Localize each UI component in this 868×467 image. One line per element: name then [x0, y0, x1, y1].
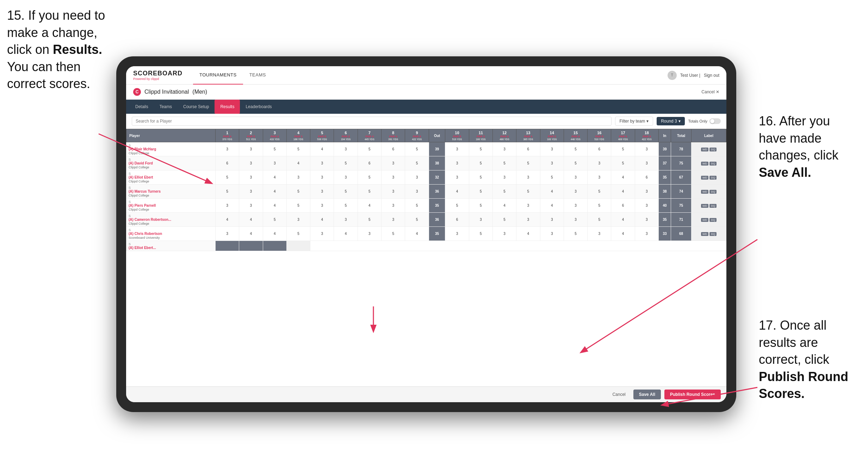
score-front-8[interactable]: 3 — [382, 185, 405, 199]
score-front-8[interactable]: 3 — [382, 170, 405, 185]
score-front-9[interactable]: 3 — [405, 170, 429, 185]
score-front-4[interactable]: 3 — [286, 213, 310, 227]
score-back-12[interactable]: 5 — [492, 213, 516, 227]
tab-details[interactable]: Details — [130, 100, 154, 114]
score-back-16[interactable]: 6 — [588, 142, 611, 156]
score-front-4[interactable]: 5 — [286, 185, 310, 199]
score-front-5[interactable]: 3 — [310, 199, 334, 213]
dq-btn[interactable]: DQ — [709, 190, 717, 194]
score-back-15[interactable]: 3 — [564, 170, 587, 185]
score-front-8[interactable]: 3 — [382, 156, 405, 170]
score-back-18[interactable]: 3 — [635, 213, 658, 227]
score-front-6[interactable]: 5 — [334, 199, 358, 213]
score-front-6[interactable]: 3 — [334, 142, 358, 156]
score-back-11[interactable]: 5 — [469, 170, 492, 185]
score-front-9[interactable]: 5 — [405, 142, 429, 156]
score-back-13[interactable]: 5 — [516, 185, 540, 199]
score-front-2[interactable]: 4 — [239, 213, 263, 227]
score-front-1[interactable]: 5 — [215, 170, 239, 185]
score-back-17[interactable]: 4 — [611, 185, 635, 199]
wd-btn[interactable]: WD — [701, 148, 708, 151]
score-back-17[interactable]: 4 — [611, 227, 635, 241]
score-front-9[interactable]: 3 — [405, 185, 429, 199]
nav-link-teams[interactable]: TEAMS — [243, 66, 272, 85]
score-front-5[interactable]: 3 — [310, 185, 334, 199]
score-front-9[interactable]: 5 — [405, 199, 429, 213]
score-front-5[interactable]: 4 — [310, 213, 334, 227]
score-front-2[interactable]: 3 — [239, 142, 263, 156]
score-back-12[interactable]: 5 — [492, 156, 516, 170]
score-back-12[interactable]: 4 — [492, 199, 516, 213]
score-back-13[interactable]: 6 — [516, 142, 540, 156]
score-back-16[interactable]: 5 — [588, 213, 611, 227]
score-front-5[interactable]: 4 — [310, 142, 334, 156]
score-front-2[interactable]: 3 — [239, 185, 263, 199]
wd-btn[interactable]: WD — [701, 218, 708, 222]
dq-btn[interactable]: DQ — [709, 204, 717, 208]
score-front-7[interactable]: 5 — [358, 170, 381, 185]
score-back-17[interactable]: 4 — [611, 170, 635, 185]
score-back-18[interactable]: 3 — [635, 199, 658, 213]
dq-btn[interactable]: DQ — [709, 176, 717, 180]
score-back-16[interactable]: 3 — [588, 227, 611, 241]
wd-btn[interactable]: WD — [701, 204, 708, 208]
score-front-3[interactable]: 5 — [263, 213, 286, 227]
score-back-11[interactable]: 5 — [469, 185, 492, 199]
score-front-8[interactable]: 5 — [382, 227, 405, 241]
dq-btn[interactable]: DQ — [709, 218, 717, 222]
score-front-8[interactable]: 3 — [382, 213, 405, 227]
score-front-3[interactable]: 4 — [263, 170, 286, 185]
score-back-16[interactable]: 3 — [588, 156, 611, 170]
score-back-15[interactable]: 5 — [564, 142, 587, 156]
score-front-7[interactable]: 3 — [358, 227, 381, 241]
score-front-6[interactable]: 4 — [334, 227, 358, 241]
dq-btn[interactable]: DQ — [709, 162, 717, 166]
totals-only-toggle[interactable]: Totals Only — [688, 118, 721, 124]
score-front-7[interactable]: 5 — [358, 142, 381, 156]
score-front-2[interactable]: 4 — [239, 227, 263, 241]
score-back-13[interactable]: 5 — [516, 156, 540, 170]
score-front-4[interactable]: 3 — [286, 170, 310, 185]
tab-teams[interactable]: Teams — [154, 100, 178, 114]
score-back-16[interactable]: 3 — [588, 170, 611, 185]
score-front-1[interactable]: 6 — [215, 156, 239, 170]
score-front-6[interactable]: 3 — [334, 170, 358, 185]
round-selector-btn[interactable]: Round 3 ▾ — [657, 117, 684, 125]
wd-btn[interactable]: WD — [701, 162, 708, 166]
score-back-13[interactable]: 3 — [516, 170, 540, 185]
score-back-10[interactable]: 4 — [445, 185, 469, 199]
score-back-16[interactable]: 5 — [588, 185, 611, 199]
score-front-6[interactable]: 3 — [334, 213, 358, 227]
signout-link[interactable]: Sign out — [704, 73, 719, 78]
score-front-2[interactable]: 3 — [239, 199, 263, 213]
score-front-6[interactable]: 5 — [334, 156, 358, 170]
score-front-9[interactable]: 5 — [405, 213, 429, 227]
score-front-3[interactable]: 4 — [263, 199, 286, 213]
score-front-5[interactable]: 3 — [310, 227, 334, 241]
score-back-18[interactable]: 3 — [635, 227, 658, 241]
score-front-2[interactable]: 3 — [239, 156, 263, 170]
score-back-11[interactable]: 3 — [469, 213, 492, 227]
score-back-15[interactable]: 3 — [564, 185, 587, 199]
score-back-14[interactable]: 4 — [540, 199, 564, 213]
score-back-11[interactable]: 5 — [469, 142, 492, 156]
dq-btn[interactable]: DQ — [709, 232, 717, 236]
score-back-14[interactable]: 5 — [540, 170, 564, 185]
dq-btn[interactable]: DQ — [709, 148, 717, 151]
score-back-18[interactable]: 6 — [635, 170, 658, 185]
score-back-15[interactable]: 5 — [564, 156, 587, 170]
score-back-15[interactable]: 3 — [564, 199, 587, 213]
score-front-5[interactable]: 3 — [310, 170, 334, 185]
score-back-15[interactable]: 5 — [564, 227, 587, 241]
publish-round-scores-btn[interactable]: Publish Round Scores — [664, 390, 721, 399]
tab-leaderboards[interactable]: Leaderboards — [240, 100, 277, 114]
score-front-7[interactable]: 5 — [358, 185, 381, 199]
score-back-10[interactable]: 6 — [445, 213, 469, 227]
score-front-9[interactable]: 5 — [405, 156, 429, 170]
score-front-4[interactable]: 5 — [286, 142, 310, 156]
score-front-2[interactable]: 3 — [239, 170, 263, 185]
score-front-1[interactable]: 4 — [215, 213, 239, 227]
score-front-9[interactable]: 4 — [405, 227, 429, 241]
score-front-4[interactable]: 5 — [286, 227, 310, 241]
score-back-12[interactable]: 3 — [492, 170, 516, 185]
